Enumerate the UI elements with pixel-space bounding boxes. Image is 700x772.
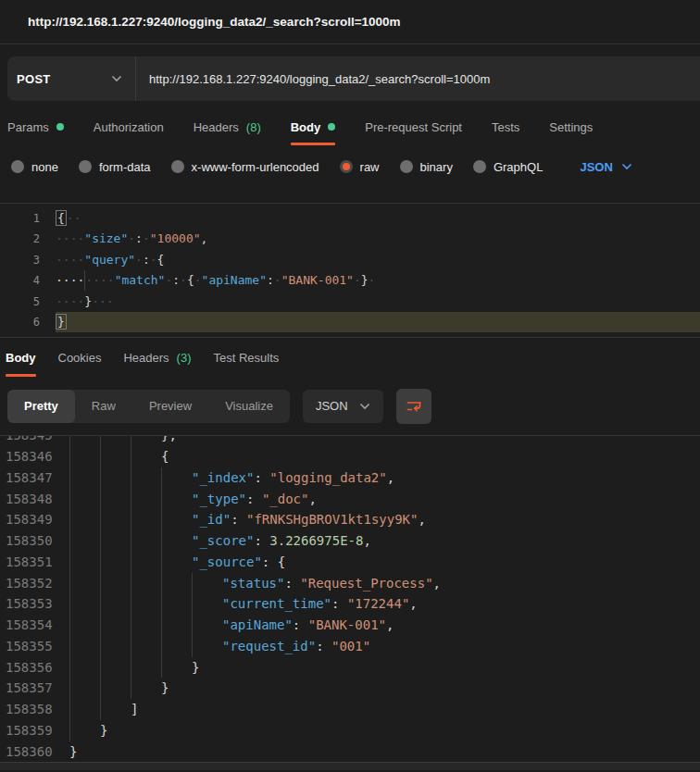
- code-line[interactable]: 3····"query"·:·{: [0, 250, 700, 270]
- url-input[interactable]: http://192.168.1.227:9240/logging_data2/…: [136, 56, 700, 101]
- code-line[interactable]: 2····"size"·:·"10000",: [0, 229, 700, 249]
- tab-label: Authorization: [94, 120, 164, 134]
- code-content: "request_id": "001": [69, 636, 370, 657]
- indent-guide: [69, 615, 100, 636]
- response-format-select[interactable]: JSON: [303, 390, 383, 423]
- chevron-down-icon: [621, 163, 632, 170]
- tab-pre-request-script[interactable]: Pre-request Script: [365, 108, 462, 145]
- tab-authorization[interactable]: Authorization: [94, 108, 164, 145]
- code-content: }: [69, 657, 199, 679]
- code-content: ····"size"·:·"10000",: [56, 229, 700, 249]
- indent-guide: [161, 657, 192, 679]
- radio-x-www-form-urlencoded[interactable]: x-www-form-urlencoded: [171, 160, 319, 174]
- response-tab-body[interactable]: Body: [6, 338, 36, 377]
- indent-guide: [100, 615, 131, 636]
- segment-visualize[interactable]: Visualize: [208, 390, 290, 423]
- response-line: 158348"_type": "_doc",: [6, 489, 700, 510]
- indent-guide: [161, 552, 192, 573]
- response-line: 158357}: [6, 678, 700, 699]
- segment-preview[interactable]: Preview: [132, 390, 208, 423]
- indent-guide: [131, 530, 161, 552]
- indent-guide: [131, 678, 161, 699]
- radio-circle-icon: [473, 160, 486, 173]
- tab-headers[interactable]: Headers(8): [194, 108, 261, 145]
- request-tabs: ParamsAuthorizationHeaders(8)BodyPre-req…: [0, 108, 700, 145]
- indent-guide: [131, 436, 161, 446]
- code-line[interactable]: 1{··: [0, 208, 700, 229]
- line-number: 158359: [6, 720, 69, 741]
- request-format-select[interactable]: JSON: [580, 160, 631, 174]
- response-line: 158352"status": "Request_Process",: [6, 573, 700, 594]
- line-number: 3: [0, 250, 56, 270]
- indent-guide: [131, 657, 161, 679]
- bottom-divider: [0, 762, 700, 770]
- radio-graphql[interactable]: GraphQL: [473, 160, 543, 174]
- response-tab-cookies[interactable]: Cookies: [58, 338, 102, 377]
- radio-label: binary: [420, 160, 453, 174]
- indent-guide: [100, 552, 131, 573]
- response-tab-test-results[interactable]: Test Results: [214, 338, 280, 377]
- radio-binary[interactable]: binary: [400, 160, 453, 174]
- response-line: 158353"current_time": "172244",: [6, 593, 700, 615]
- chevron-down-icon: [111, 75, 122, 82]
- wrap-text-button[interactable]: [396, 389, 431, 424]
- indent-guide: [100, 636, 131, 657]
- code-content: {··: [56, 208, 700, 229]
- indent-guide: [131, 636, 161, 657]
- tab-params[interactable]: Params: [7, 108, 64, 145]
- code-line[interactable]: 6}: [0, 312, 700, 332]
- response-line: 158356}: [6, 657, 700, 679]
- radio-raw[interactable]: raw: [340, 160, 380, 174]
- code-content: "current_time": "172244",: [69, 593, 418, 615]
- code-content: ····"query"·:·{: [56, 250, 700, 270]
- indent-guide: [161, 593, 192, 615]
- tab-settings[interactable]: Settings: [549, 108, 593, 145]
- line-number: 158357: [6, 678, 69, 699]
- code-line[interactable]: 5····}···: [0, 292, 700, 312]
- radio-circle-icon: [340, 160, 353, 173]
- code-content: }: [69, 741, 77, 763]
- radio-form-data[interactable]: form-data: [79, 160, 151, 174]
- line-number: 158348: [6, 489, 69, 510]
- response-line: 158359}: [6, 720, 700, 741]
- url-control: POST http://192.168.1.227:9240/logging_d…: [7, 56, 700, 101]
- response-line: 158345},: [6, 436, 700, 446]
- segment-pretty[interactable]: Pretty: [7, 390, 75, 423]
- method-select[interactable]: POST: [7, 56, 136, 101]
- response-tabs: BodyCookiesHeaders(3)Test Results: [0, 338, 700, 377]
- tab-count-badge: (3): [177, 351, 192, 365]
- code-line[interactable]: 4········"match"·:·{·"apiName":·"BANK-00…: [0, 270, 700, 291]
- tab-tests[interactable]: Tests: [492, 108, 519, 145]
- indent-guide: [100, 530, 131, 552]
- line-number: 158354: [6, 615, 69, 636]
- response-line: 158350"_score": 3.2266975E-8,: [6, 530, 700, 552]
- tab-label: Body: [291, 120, 321, 134]
- tab-label: Headers: [194, 120, 239, 134]
- indent-guide: [131, 593, 161, 615]
- response-body-viewer: 158345},158346{158347"_index": "logging_…: [0, 436, 700, 762]
- indent-guide: [192, 573, 222, 594]
- segment-raw[interactable]: Raw: [75, 390, 132, 423]
- method-label: POST: [17, 72, 51, 86]
- line-number: 2: [0, 229, 56, 249]
- tab-label: Test Results: [214, 351, 280, 365]
- indent-guide: [100, 593, 131, 615]
- line-number: 158350: [6, 530, 69, 552]
- page-title: http://192.168.1.227:9240/logging_data2/…: [28, 15, 401, 29]
- response-toolbar: PrettyRawPreviewVisualize JSON: [0, 377, 700, 436]
- indent-guide: [69, 593, 100, 615]
- radio-none[interactable]: none: [11, 160, 58, 174]
- line-number: 6: [0, 312, 56, 332]
- code-content: },: [69, 436, 177, 446]
- response-tab-headers[interactable]: Headers(3): [123, 338, 191, 377]
- tab-count-badge: (8): [246, 120, 261, 134]
- line-number: 5: [0, 292, 56, 312]
- response-line: 158346{: [6, 446, 700, 467]
- tab-label: Body: [6, 351, 36, 365]
- tab-body[interactable]: Body: [291, 108, 336, 145]
- line-number: 158355: [6, 636, 69, 657]
- indent-guide: [100, 446, 131, 467]
- radio-circle-icon: [171, 160, 184, 173]
- tab-label: Headers: [123, 351, 169, 365]
- line-number: 158360: [6, 741, 69, 763]
